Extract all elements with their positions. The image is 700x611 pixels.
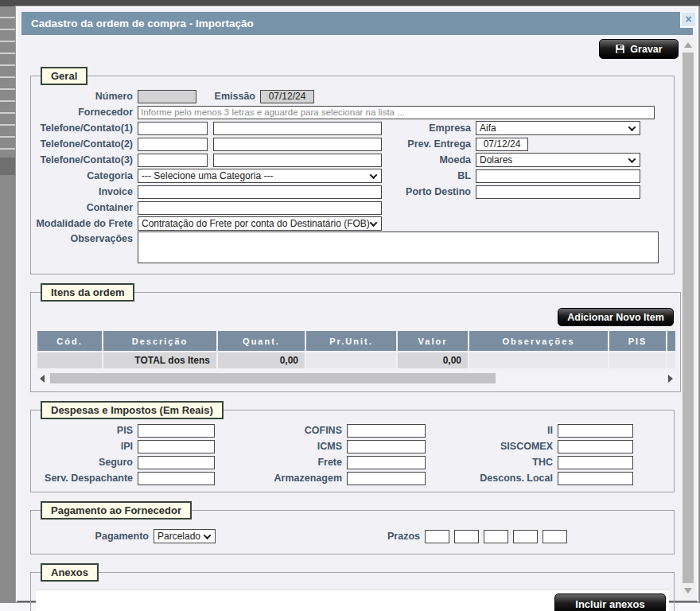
column-header-filler	[667, 331, 675, 351]
column-header-descricao: Descrição	[103, 331, 218, 351]
prazo-1-field[interactable]	[425, 530, 449, 543]
total-quant-value: 0,00	[218, 352, 306, 368]
pagamento-select[interactable]: Parcelado	[154, 529, 216, 543]
page-top-strip	[0, 0, 700, 6]
prev-entrega-label: Prev. Entrega	[386, 138, 476, 150]
column-header-prunit: Pr.Unit.	[306, 331, 398, 351]
pagamento-label: Pagamento	[36, 531, 154, 542]
background-block	[0, 158, 16, 175]
porto-destino-label: Porto Destino	[386, 186, 476, 197]
horizontal-scrollbar-thumb[interactable]	[50, 373, 496, 383]
section-despesas: Despesas e Impostos (Em Reais) PIS COFIN…	[30, 401, 675, 492]
itens-table-header: Cód. Descrição Quant. Pr.Unit. Valor Obs…	[37, 331, 675, 351]
ipi-field[interactable]	[138, 440, 215, 453]
modalidade-frete-select-value: Contratação do Frete por conta do Destin…	[142, 218, 370, 229]
ii-label: II	[426, 425, 558, 436]
frete-field[interactable]	[347, 456, 426, 469]
seguro-label: Seguro	[36, 457, 138, 468]
empresa-label: Empresa	[386, 123, 476, 134]
vertical-scrollbar[interactable]	[682, 38, 694, 597]
modal-titlebar: Cadastro da ordem de compra - Importação	[21, 12, 693, 35]
telefone1-label: Telefone/Contato(1)	[36, 123, 138, 134]
modalidade-frete-select[interactable]: Contratação do Frete por conta do Destin…	[138, 216, 382, 231]
anexos-drop-area[interactable]: Incluir anexos	[36, 590, 669, 611]
add-item-button[interactable]: Adicionar Novo Item	[558, 308, 674, 326]
telefone1-number-field[interactable]	[138, 122, 208, 135]
close-icon[interactable]: ×	[680, 11, 697, 28]
purchase-order-modal: Cadastro da ordem de compra - Importação…	[16, 6, 698, 602]
total-valor-value: 0,00	[398, 352, 469, 368]
frete-label: Frete	[215, 457, 347, 468]
chevron-down-icon	[628, 155, 636, 163]
section-despesas-legend: Despesas e Impostos (Em Reais)	[41, 401, 224, 419]
modal-body: Geral Número Emissão Fornecedor Telefone…	[19, 40, 679, 597]
section-geral: Geral Número Emissão Fornecedor Telefone…	[30, 67, 675, 274]
prazo-3-field[interactable]	[484, 530, 508, 543]
telefone2-number-field[interactable]	[138, 138, 208, 151]
prazo-4-field[interactable]	[513, 530, 538, 543]
bl-label: BL	[386, 170, 476, 181]
scroll-left-icon[interactable]	[40, 375, 45, 383]
section-itens: Itens da ordem Adicionar Novo Item Cód. …	[30, 283, 681, 392]
prazo-5-field[interactable]	[542, 530, 567, 543]
telefone3-label: Telefone/Contato(3)	[36, 154, 138, 165]
icms-label: ICMS	[215, 441, 347, 452]
column-header-cod: Cód.	[37, 331, 103, 351]
numero-field	[138, 90, 196, 103]
porto-destino-field[interactable]	[476, 185, 640, 199]
numero-label: Número	[36, 91, 138, 102]
total-itens-label: TOTAL dos Itens	[103, 352, 218, 368]
fornecedor-field[interactable]	[138, 106, 655, 119]
invoice-label: Invoice	[36, 186, 138, 197]
categoria-label: Categoria	[36, 170, 138, 181]
modalidade-frete-label: Modalidade do Frete	[36, 218, 138, 229]
serv-despachante-field[interactable]	[138, 472, 215, 485]
modal-title: Cadastro da ordem de compra - Importação	[31, 18, 254, 29]
itens-horizontal-scrollbar[interactable]	[37, 372, 675, 384]
seguro-field[interactable]	[138, 456, 215, 469]
armazenagem-field[interactable]	[347, 472, 426, 485]
pis-field[interactable]	[138, 424, 215, 438]
invoice-field[interactable]	[138, 185, 382, 199]
container-field[interactable]	[138, 201, 382, 215]
telefone3-contact-field[interactable]	[213, 154, 382, 167]
thc-field[interactable]	[558, 456, 633, 469]
emissao-label: Emissão	[196, 91, 260, 102]
siscomex-label: SISCOMEX	[426, 441, 558, 452]
itens-table: Cód. Descrição Quant. Pr.Unit. Valor Obs…	[37, 331, 675, 368]
observacoes-field[interactable]	[138, 232, 659, 263]
section-pagamento-legend: Pagamento ao Fornecedor	[41, 501, 192, 520]
telefone3-number-field[interactable]	[138, 154, 208, 167]
categoria-select[interactable]: --- Selecione uma Categoria ---	[138, 169, 382, 183]
serv-despachante-label: Serv. Despachante	[36, 473, 138, 484]
container-label: Container	[36, 202, 138, 213]
descons-local-field[interactable]	[558, 472, 633, 485]
prazos-label: Prazos	[382, 531, 425, 542]
empresa-select-value: Aifa	[480, 123, 496, 134]
telefone1-contact-field[interactable]	[213, 122, 382, 135]
cofins-field[interactable]	[347, 424, 426, 438]
chevron-down-icon	[370, 219, 378, 227]
ipi-label: IPI	[36, 441, 138, 452]
icms-field[interactable]	[347, 440, 426, 453]
prazo-2-field[interactable]	[454, 530, 479, 543]
scroll-up-icon[interactable]	[684, 42, 692, 48]
prev-entrega-field[interactable]	[476, 138, 528, 151]
scroll-right-icon[interactable]	[668, 375, 673, 383]
empresa-select[interactable]: Aifa	[476, 121, 640, 135]
moeda-select[interactable]: Dolares	[476, 153, 640, 167]
vertical-scrollbar-thumb[interactable]	[682, 53, 694, 583]
column-header-quant: Quant.	[218, 331, 306, 351]
bl-field[interactable]	[476, 169, 640, 183]
telefone2-contact-field[interactable]	[213, 138, 382, 151]
pis-label: PIS	[36, 425, 138, 436]
incluir-anexos-button[interactable]: Incluir anexos	[554, 593, 666, 611]
chevron-down-icon	[204, 531, 212, 539]
ii-field[interactable]	[558, 424, 633, 438]
section-anexos: Anexos Incluir anexos	[30, 563, 675, 611]
observacoes-label: Observações	[36, 233, 138, 244]
siscomex-field[interactable]	[558, 440, 633, 453]
scroll-down-icon[interactable]	[684, 588, 692, 593]
itens-total-row: TOTAL dos Itens 0,00 0,00	[37, 352, 675, 368]
cofins-label: COFINS	[215, 425, 347, 436]
